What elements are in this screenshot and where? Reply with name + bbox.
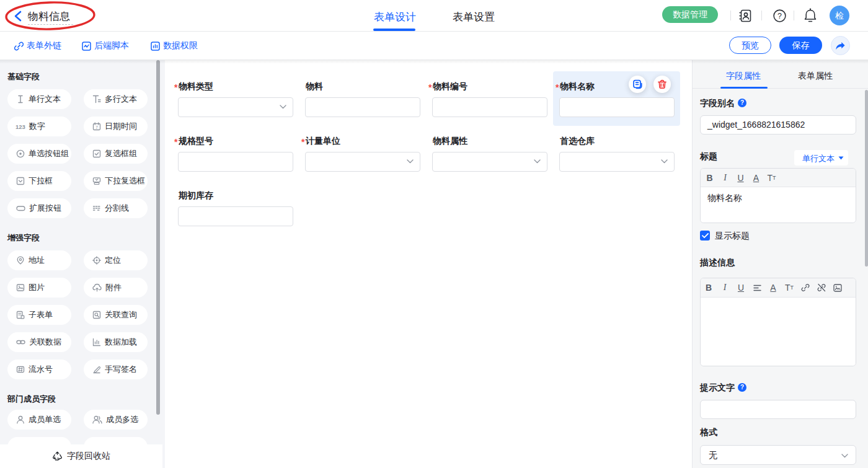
svg-text:?: ?: [777, 12, 782, 20]
svg-text:7: 7: [95, 125, 98, 130]
